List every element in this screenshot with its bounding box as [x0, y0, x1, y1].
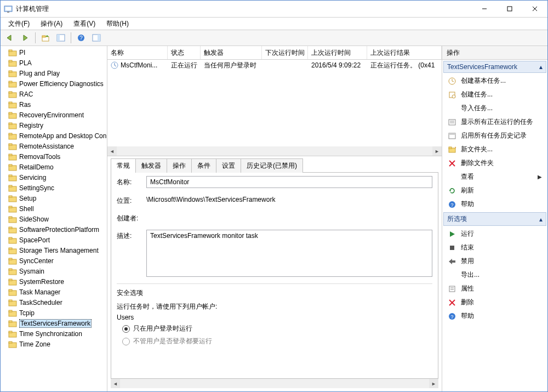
tree-item[interactable]: SyncCenter	[1, 255, 107, 266]
action-label: 运行	[461, 229, 474, 238]
col-last-run[interactable]: 上次运行时间	[308, 46, 367, 59]
tree-item[interactable]: Shell	[1, 203, 107, 214]
menu-help[interactable]: 帮助(H)	[102, 18, 133, 30]
menu-action[interactable]: 操作(A)	[36, 18, 67, 30]
tree-item[interactable]: TextServicesFramework	[1, 318, 107, 328]
tree-item[interactable]: SettingSync	[1, 183, 107, 193]
tree-item[interactable]: SoftwareProtectionPlatform	[1, 224, 107, 235]
radio-logged-on-or-not[interactable]: 不管用户是否登录都要运行	[117, 335, 432, 348]
back-button[interactable]	[3, 31, 17, 45]
folder-icon	[8, 49, 17, 56]
task-row[interactable]: MsCtfMoni... 正在运行 当任何用户登录时 2016/5/4 9:09…	[107, 60, 442, 71]
show-hide-tree-button[interactable]	[54, 31, 68, 45]
scroll-left-icon[interactable]: ◄	[107, 146, 117, 156]
action-create-task[interactable]: 创建任务...	[442, 88, 547, 101]
cell-name-text: MsCtfMoni...	[121, 61, 157, 69]
tree-item[interactable]: Servicing	[1, 172, 107, 183]
field-name[interactable]: MsCtfMonitor	[146, 176, 432, 188]
folder-tree[interactable]: PIPLAPlug and PlayPower Efficiency Diagn…	[1, 46, 107, 391]
up-button[interactable]	[38, 31, 53, 45]
action-end[interactable]: 结束	[442, 241, 547, 254]
tree-item[interactable]: Task Manager	[1, 287, 107, 297]
actions-group-selected[interactable]: 所选项 ▴	[443, 212, 546, 226]
help-button[interactable]: ?	[74, 31, 88, 45]
tree-item[interactable]: SystemRestore	[1, 276, 107, 287]
scroll-right-icon[interactable]: ►	[432, 146, 442, 156]
run-as-value: Users	[117, 313, 432, 322]
tree-item[interactable]: RecoveryEnvironment	[1, 110, 107, 120]
tree-item[interactable]: SpacePort	[1, 235, 107, 245]
radio-logged-on-only[interactable]: 只在用户登录时运行	[117, 322, 432, 335]
submenu-arrow-icon: ▶	[538, 174, 542, 180]
tree-item[interactable]: RetailDemo	[1, 162, 107, 172]
action-export[interactable]: 导出...	[442, 268, 547, 282]
svg-rect-19	[9, 50, 12, 52]
tree-item[interactable]: RemoteApp and Desktop Connections	[1, 130, 107, 141]
tree-item-label: Tcpip	[19, 309, 35, 317]
maximize-button[interactable]	[497, 1, 522, 17]
menu-view[interactable]: 查看(V)	[69, 18, 100, 30]
tab-history[interactable]: 历史记录(已禁用)	[241, 158, 303, 173]
action-import-task[interactable]: 导入任务...	[442, 101, 547, 115]
tab-triggers[interactable]: 触发器	[135, 158, 167, 173]
tree-item[interactable]: Setup	[1, 193, 107, 203]
folder-icon	[8, 288, 17, 296]
tab-general[interactable]: 常规	[111, 158, 136, 173]
col-next-run[interactable]: 下次运行时间	[262, 46, 308, 59]
action-properties[interactable]: 属性	[442, 282, 547, 296]
task-list-scrollbar[interactable]: ◄ ►	[107, 146, 442, 156]
svg-marker-7	[7, 35, 11, 41]
show-hide-action-pane-button[interactable]	[89, 31, 104, 45]
action-disable[interactable]: 禁用	[442, 254, 547, 268]
tree-item-label: TextServicesFramework	[19, 319, 92, 328]
action-new-folder[interactable]: ✶ 新文件夹...	[442, 143, 547, 156]
task-list-body[interactable]: MsCtfMoni... 正在运行 当任何用户登录时 2016/5/4 9:09…	[107, 60, 442, 146]
action-help-2[interactable]: ? 帮助	[442, 309, 547, 323]
tree-item[interactable]: Sysmain	[1, 266, 107, 276]
tree-item[interactable]: Time Synchronization	[1, 328, 107, 339]
svg-rect-51	[9, 217, 12, 218]
scroll-left-icon[interactable]: ◄	[111, 379, 120, 388]
tree-item[interactable]: PLA	[1, 58, 107, 68]
close-button[interactable]	[522, 1, 547, 17]
field-author	[146, 212, 432, 214]
tree-item[interactable]: PI	[1, 47, 107, 58]
tree-item[interactable]: Time Zone	[1, 339, 107, 349]
tree-item[interactable]: Ras	[1, 99, 107, 110]
tree-item[interactable]: Registry	[1, 120, 107, 130]
tree-item[interactable]: RAC	[1, 89, 107, 99]
tree-item[interactable]: Power Efficiency Diagnostics	[1, 78, 107, 89]
action-delete-folder[interactable]: 删除文件夹	[442, 156, 547, 170]
tree-item[interactable]: RemoteAssistance	[1, 141, 107, 151]
tree-item[interactable]: SideShow	[1, 214, 107, 224]
tab-conditions[interactable]: 条件	[191, 158, 216, 173]
detail-scrollbar[interactable]: ◄ ►	[111, 379, 438, 388]
tree-item[interactable]: RemovalTools	[1, 151, 107, 162]
cell-triggers: 当任何用户登录时	[201, 60, 262, 71]
action-show-running[interactable]: 显示所有正在运行的任务	[442, 115, 547, 129]
col-triggers[interactable]: 触发器	[201, 46, 262, 59]
action-run[interactable]: 运行	[442, 227, 547, 241]
tree-item[interactable]: TaskScheduler	[1, 297, 107, 308]
action-help[interactable]: ? 帮助	[442, 197, 547, 211]
action-enable-history[interactable]: 启用所有任务历史记录	[442, 129, 547, 143]
refresh-icon	[448, 186, 456, 195]
tab-actions[interactable]: 操作	[167, 158, 192, 173]
col-name[interactable]: 名称	[107, 46, 168, 59]
action-create-basic-task[interactable]: 创建基本任务...	[442, 74, 547, 88]
col-status[interactable]: 状态	[168, 46, 201, 59]
minimize-button[interactable]	[472, 1, 497, 17]
tab-settings[interactable]: 设置	[216, 158, 241, 173]
forward-button[interactable]	[18, 31, 32, 45]
tree-item[interactable]: Tcpip	[1, 308, 107, 318]
actions-group-context[interactable]: TextServicesFramework ▴	[443, 61, 546, 73]
action-refresh[interactable]: 刷新	[442, 184, 547, 197]
tree-item[interactable]: Storage Tiers Management	[1, 245, 107, 255]
action-view[interactable]: 查看 ▶	[442, 170, 547, 184]
action-delete[interactable]: 删除	[442, 296, 547, 309]
menu-file[interactable]: 文件(F)	[4, 18, 34, 30]
tree-item[interactable]: Plug and Play	[1, 68, 107, 78]
field-description[interactable]: TextServicesFramework monitor task	[146, 230, 432, 277]
scroll-right-icon[interactable]: ►	[429, 379, 438, 388]
col-last-result[interactable]: 上次运行结果	[367, 46, 442, 59]
